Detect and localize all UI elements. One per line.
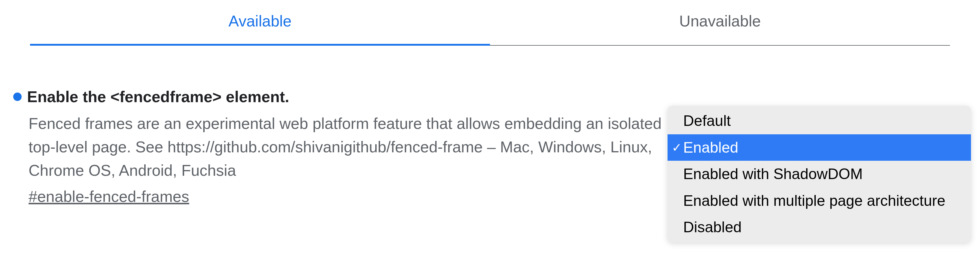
flag-header: Enable the <fencedframe> element.	[12, 88, 962, 106]
dropdown-option-label: Enabled with ShadowDOM	[683, 165, 863, 183]
flag-item: Enable the <fencedframe> element. Fenced…	[12, 88, 962, 205]
dropdown-option-label: Disabled	[683, 219, 742, 235]
tab-unavailable[interactable]: Unavailable	[490, 0, 950, 45]
flag-title: Enable the <fencedframe> element.	[27, 88, 289, 106]
check-icon: ✓	[672, 139, 682, 156]
flag-state-dropdown[interactable]: Default ✓ Enabled Enabled with ShadowDOM…	[668, 106, 971, 243]
dropdown-option-label: Enabled	[683, 139, 738, 156]
modified-indicator-icon	[13, 92, 22, 101]
flag-body: Fenced frames are an experimental web pl…	[29, 112, 671, 205]
dropdown-option-enabled-mpa[interactable]: Enabled with multiple page architecture	[668, 187, 971, 214]
tab-unavailable-label: Unavailable	[679, 12, 761, 30]
tab-available[interactable]: Available	[30, 0, 490, 45]
tab-available-label: Available	[228, 12, 291, 30]
dropdown-option-label: Enabled with multiple page architecture	[683, 192, 945, 209]
dropdown-option-label: Default	[683, 112, 731, 129]
dropdown-option-default[interactable]: Default	[668, 108, 971, 134]
flag-description: Fenced frames are an experimental web pl…	[29, 112, 671, 182]
dropdown-option-disabled[interactable]: Disabled	[668, 214, 971, 241]
dropdown-option-enabled[interactable]: ✓ Enabled	[668, 134, 971, 161]
flag-anchor-link[interactable]: #enable-fenced-frames	[29, 187, 189, 205]
tabs-bar: Available Unavailable	[30, 0, 950, 46]
dropdown-option-enabled-shadowdom[interactable]: Enabled with ShadowDOM	[668, 161, 971, 187]
